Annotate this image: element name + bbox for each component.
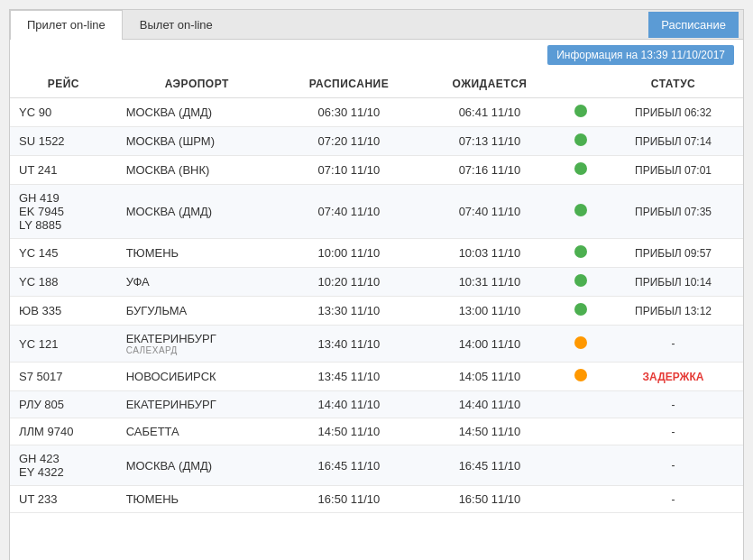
status-cell: ЗАДЕРЖКА xyxy=(603,363,743,391)
status-cell: ПРИБЫЛ 07:14 xyxy=(603,127,743,156)
schedule-cell: 10:20 11/10 xyxy=(277,268,421,297)
orange-dot-icon xyxy=(574,336,587,349)
dot-cell xyxy=(558,297,603,326)
green-dot-icon xyxy=(574,303,587,316)
airport-cell: ЕКАТЕРИНБУРГ xyxy=(117,391,277,418)
info-badge: Информация на 13:39 11/10/2017 xyxy=(547,45,734,65)
schedule-cell: 13:45 11/10 xyxy=(277,363,421,391)
green-dot-icon xyxy=(574,245,587,258)
dot-cell xyxy=(558,156,603,185)
airport-cell: ЕКАТЕРИНБУРГСАЛЕХАРД xyxy=(117,326,277,363)
table-row: GH 419 EK 7945 LY 8885МОСКВА (ДМД)07:40 … xyxy=(10,185,743,239)
dot-cell xyxy=(558,239,603,268)
airport-cell: МОСКВА (ВНК) xyxy=(117,156,277,185)
expected-cell: 14:50 11/10 xyxy=(421,418,558,445)
col-airport: АЭРОПОРТ xyxy=(117,70,277,98)
table-row: ЛЛМ 9740САБЕТТА14:50 11/1014:50 11/10- xyxy=(10,418,743,445)
expected-cell: 16:45 11/10 xyxy=(421,445,558,486)
expected-cell: 14:05 11/10 xyxy=(421,363,558,391)
dot-cell xyxy=(558,445,603,486)
expected-cell: 07:16 11/10 xyxy=(421,156,558,185)
col-flight: РЕЙС xyxy=(10,70,117,98)
col-expected: ОЖИДАЕТСЯ xyxy=(421,70,558,98)
schedule-cell: 07:10 11/10 xyxy=(277,156,421,185)
flight-cell: UT 233 xyxy=(10,486,117,513)
airport-cell: ТЮМЕНЬ xyxy=(117,239,277,268)
schedule-cell: 06:30 11/10 xyxy=(277,98,421,127)
schedule-cell: 10:00 11/10 xyxy=(277,239,421,268)
dot-cell xyxy=(558,127,603,156)
status-cell: ПРИБЫЛ 13:12 xyxy=(603,297,743,326)
dot-cell xyxy=(558,326,603,363)
status-cell: ПРИБЫЛ 07:35 xyxy=(603,185,743,239)
status-cell: - xyxy=(603,486,743,513)
dot-cell xyxy=(558,363,603,391)
expected-cell: 06:41 11/10 xyxy=(421,98,558,127)
expected-cell: 13:00 11/10 xyxy=(421,297,558,326)
tab-arrivals[interactable]: Прилет on-line xyxy=(10,10,123,40)
airport-cell: САБЕТТА xyxy=(117,418,277,445)
schedule-cell: 16:50 11/10 xyxy=(277,486,421,513)
schedule-cell: 07:20 11/10 xyxy=(277,127,421,156)
flight-cell: SU 1522 xyxy=(10,127,117,156)
flight-cell: S7 5017 xyxy=(10,363,117,391)
main-container: Прилет on-line Вылет on-line Расписание … xyxy=(9,9,744,560)
expected-cell: 07:13 11/10 xyxy=(421,127,558,156)
expected-cell: 16:50 11/10 xyxy=(421,486,558,513)
col-schedule: РАСПИСАНИЕ xyxy=(277,70,421,98)
expected-cell: 10:03 11/10 xyxy=(421,239,558,268)
green-dot-icon xyxy=(574,204,587,216)
status-cell: - xyxy=(603,326,743,363)
status-cell: - xyxy=(603,418,743,445)
status-cell: ПРИБЫЛ 06:32 xyxy=(603,98,743,127)
status-cell: ПРИБЫЛ 10:14 xyxy=(603,268,743,297)
airport-cell: МОСКВА (ДМД) xyxy=(117,185,277,239)
status-cell: - xyxy=(603,445,743,486)
schedule-cell: 14:50 11/10 xyxy=(277,418,421,445)
expected-cell: 10:31 11/10 xyxy=(421,268,558,297)
expected-cell: 07:40 11/10 xyxy=(421,185,558,239)
flight-cell: YC 121 xyxy=(10,326,117,363)
tab-departures[interactable]: Вылет on-line xyxy=(123,10,230,39)
green-dot-icon xyxy=(574,105,587,117)
dot-cell xyxy=(558,98,603,127)
green-dot-icon xyxy=(574,162,587,175)
schedule-cell: 13:40 11/10 xyxy=(277,326,421,363)
schedule-button[interactable]: Расписание xyxy=(648,12,739,38)
table-row: YC 188УФА10:20 11/1010:31 11/10ПРИБЫЛ 10… xyxy=(10,268,743,297)
airport-cell: НОВОСИБИРСК xyxy=(117,363,277,391)
airport-cell: УФА xyxy=(117,268,277,297)
dot-cell xyxy=(558,185,603,239)
airport-cell: МОСКВА (ШРМ) xyxy=(117,127,277,156)
table-row: UT 241МОСКВА (ВНК)07:10 11/1007:16 11/10… xyxy=(10,156,743,185)
expected-cell: 14:40 11/10 xyxy=(421,391,558,418)
flights-table: РЕЙС АЭРОПОРТ РАСПИСАНИЕ ОЖИДАЕТСЯ СТАТУ… xyxy=(10,70,743,513)
table-row: UT 233ТЮМЕНЬ16:50 11/1016:50 11/10- xyxy=(10,486,743,513)
airport-cell: МОСКВА (ДМД) xyxy=(117,445,277,486)
schedule-cell: 07:40 11/10 xyxy=(277,185,421,239)
table-row: SU 1522МОСКВА (ШРМ)07:20 11/1007:13 11/1… xyxy=(10,127,743,156)
tabs: Прилет on-line Вылет on-line xyxy=(10,10,230,39)
airport-cell: МОСКВА (ДМД) xyxy=(117,98,277,127)
table-row: S7 5017НОВОСИБИРСК13:45 11/1014:05 11/10… xyxy=(10,363,743,391)
dot-cell xyxy=(558,391,603,418)
status-cell: ПРИБЫЛ 09:57 xyxy=(603,239,743,268)
flight-cell: UT 241 xyxy=(10,156,117,185)
dot-cell xyxy=(558,268,603,297)
status-cell: ПРИБЫЛ 07:01 xyxy=(603,156,743,185)
tab-bar: Прилет on-line Вылет on-line Расписание xyxy=(10,10,743,40)
flight-cell: РЛУ 805 xyxy=(10,391,117,418)
flight-cell: ЛЛМ 9740 xyxy=(10,418,117,445)
flight-cell: YC 145 xyxy=(10,239,117,268)
table-row: YC 145ТЮМЕНЬ10:00 11/1010:03 11/10ПРИБЫЛ… xyxy=(10,239,743,268)
airport-cell: БУГУЛЬМА xyxy=(117,297,277,326)
table-row: YC 121ЕКАТЕРИНБУРГСАЛЕХАРД13:40 11/1014:… xyxy=(10,326,743,363)
flight-cell: GH 423 EY 4322 xyxy=(10,445,117,486)
flight-cell: YC 188 xyxy=(10,268,117,297)
table-row: YC 90МОСКВА (ДМД)06:30 11/1006:41 11/10П… xyxy=(10,98,743,127)
dot-cell xyxy=(558,418,603,445)
info-bar: Информация на 13:39 11/10/2017 xyxy=(10,40,743,70)
col-status: СТАТУС xyxy=(603,70,743,98)
flight-cell: YC 90 xyxy=(10,98,117,127)
flight-cell: ЮВ 335 xyxy=(10,297,117,326)
